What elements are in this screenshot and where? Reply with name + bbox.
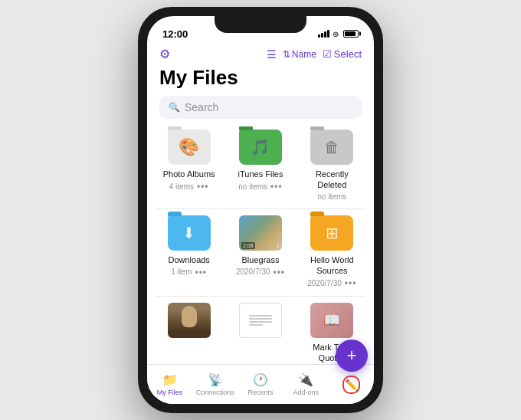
signal-bar-3 (324, 31, 326, 38)
header: ⚙ ☰ ⇅ Name ☑ Select (147, 44, 374, 66)
file-meta-downloads: 1 item ••• (158, 265, 220, 279)
file-document[interactable] (228, 300, 293, 364)
signal-bar-1 (318, 34, 320, 38)
thumb-bluegrass: 2:08 ♪ (239, 215, 282, 251)
file-date-bluegrass: 2020/7/30 (236, 267, 270, 276)
file-recently-deleted[interactable]: 🗑 Recently Deleted no items (300, 126, 365, 205)
files-row-3: 📖 Mark Tw... Quotes (156, 300, 365, 364)
file-name-hello-world: Hello World Sources (301, 254, 363, 277)
more-btn-bluegrass[interactable]: ••• (273, 267, 285, 277)
tab-extra-icon: ✏️ (345, 379, 358, 391)
sort-icon: ⇅ (283, 49, 290, 60)
file-meta-itunes: no items ••• (229, 179, 291, 193)
checkbox-icon: ☑ (323, 48, 332, 60)
tab-my-files-icon: 📁 (162, 372, 178, 387)
file-photo-albums[interactable]: 🎨 Photo Albums 4 items ••• (156, 126, 221, 205)
folder-photo-icon: 🎨 (168, 130, 211, 165)
tab-connections-label: Connections (196, 389, 234, 396)
folder-downloads-icon: ⬇ (168, 215, 211, 251)
thumb-document (239, 303, 282, 338)
page-title: My Files (147, 66, 374, 96)
file-name-itunes: iTunes Files (238, 169, 283, 179)
file-meta-recently-deleted: no items (301, 191, 363, 202)
file-name-downloads: Downloads (168, 254, 209, 265)
signal-bars (318, 30, 329, 38)
thumb-mona-lisa (168, 303, 211, 338)
itunes-symbol: 🎵 (251, 138, 270, 156)
thumb-overlay: 2:08 ♪ (241, 241, 280, 249)
header-controls: ☰ ⇅ Name ☑ Select (267, 48, 362, 61)
status-icons: ⊛ (318, 30, 359, 38)
file-count-downloads: 1 item (171, 267, 192, 276)
battery-fill (345, 31, 356, 36)
tab-my-files[interactable]: 📁 My Files (147, 365, 192, 404)
file-meta-hello-world: 2020/7/30 ••• (301, 276, 363, 290)
tab-bar: 📁 My Files 📡 Connections 🕐 Recents 🔌 Add… (147, 364, 374, 404)
gear-icon[interactable]: ⚙ (159, 47, 170, 61)
header-left: ⚙ (159, 47, 170, 61)
tab-extra-highlight: ✏️ (342, 376, 360, 394)
file-itunes[interactable]: 🎵 iTunes Files no items ••• (228, 126, 293, 205)
tab-addons-icon: 🔌 (298, 372, 313, 387)
doc-line-1 (249, 315, 272, 317)
tab-addons-label: Add-ons (293, 389, 319, 396)
more-btn-photo-albums[interactable]: ••• (197, 181, 209, 192)
file-hello-world[interactable]: ⊞ Hello World Sources 2020/7/30 ••• (300, 212, 365, 294)
download-symbol: ⬇ (182, 224, 195, 242)
tab-connections[interactable]: 📡 Connections (192, 365, 238, 404)
signal-bar-4 (327, 30, 329, 38)
wifi-icon: ⊛ (333, 30, 339, 38)
doc-lines (249, 313, 272, 327)
notch (215, 16, 306, 33)
phone-shell: 12:00 ⊛ ⚙ ☰ ⇅ (138, 7, 383, 413)
file-name-photo-albums: Photo Albums (163, 169, 215, 179)
list-icon[interactable]: ☰ (267, 48, 277, 61)
sort-label: Name (292, 49, 316, 60)
select-label: Select (334, 48, 362, 60)
tab-recents-icon: 🕐 (253, 372, 268, 387)
trash-icon: 🗑 (324, 139, 339, 156)
file-date-hello-world: 2020/7/30 (307, 279, 342, 287)
more-btn-downloads[interactable]: ••• (195, 267, 207, 277)
tab-addons[interactable]: 🔌 Add-ons (283, 365, 329, 404)
file-bluegrass[interactable]: 2:08 ♪ Bluegrass 2020/7/30 ••• (228, 212, 293, 294)
music-note-icon: ♪ (276, 241, 280, 249)
doc-line-4 (249, 324, 263, 326)
file-mona-lisa[interactable] (156, 300, 221, 364)
search-placeholder: Search (185, 101, 218, 113)
mark-icon: 📖 (323, 312, 340, 329)
folder-deleted-icon: 🗑 (310, 130, 353, 165)
file-name-bluegrass: Bluegrass (242, 254, 280, 265)
more-btn-itunes[interactable]: ••• (270, 181, 283, 192)
doc-line-2 (249, 318, 272, 320)
divider-2 (156, 296, 365, 297)
signal-bar-2 (321, 33, 323, 38)
tab-recents-label: Recents (247, 389, 273, 396)
file-count-recently-deleted: no items (317, 192, 346, 201)
battery-icon (343, 30, 359, 38)
search-bar[interactable]: 🔍 Search (159, 96, 362, 119)
phone-screen: 12:00 ⊛ ⚙ ☰ ⇅ (147, 16, 374, 404)
search-icon: 🔍 (169, 102, 180, 113)
files-row-2: ⬇ Downloads 1 item ••• 2:08 ♪ (156, 212, 365, 294)
mona-face (182, 306, 197, 327)
add-fab-button[interactable]: + (336, 340, 368, 372)
video-duration: 2:08 (241, 242, 255, 249)
file-meta-photo-albums: 4 items ••• (158, 179, 220, 193)
status-time: 12:00 (162, 28, 188, 40)
divider-1 (156, 208, 365, 209)
sort-button[interactable]: ⇅ Name (283, 49, 316, 60)
select-button[interactable]: ☑ Select (323, 48, 362, 60)
doc-line-3 (249, 321, 272, 323)
pinwheel-icon: 🎨 (179, 137, 199, 157)
tab-recents[interactable]: 🕐 Recents (238, 365, 283, 404)
folder-hello-icon: ⊞ (310, 215, 353, 251)
file-downloads[interactable]: ⬇ Downloads 1 item ••• (156, 212, 221, 294)
code-symbol: ⊞ (326, 224, 339, 242)
tab-my-files-label: My Files (157, 389, 183, 396)
files-grid: 🎨 Photo Albums 4 items ••• 🎵 iTunes File… (147, 126, 374, 364)
file-count-itunes: no items (238, 182, 267, 191)
files-row-1: 🎨 Photo Albums 4 items ••• 🎵 iTunes File… (156, 126, 365, 205)
folder-itunes-icon: 🎵 (239, 130, 282, 165)
more-btn-hello-world[interactable]: ••• (345, 277, 357, 288)
